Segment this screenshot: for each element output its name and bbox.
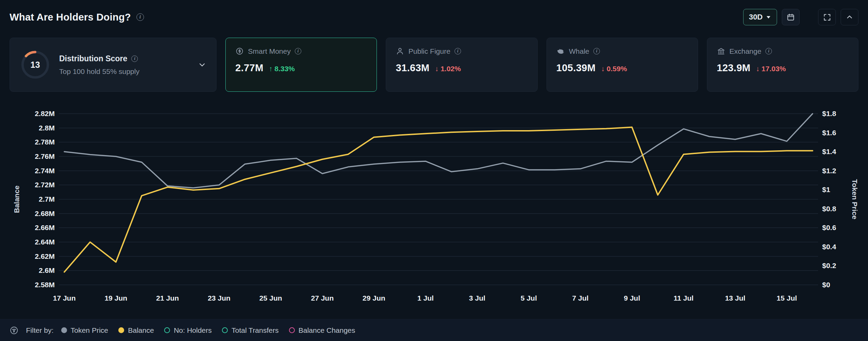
exchange-info-icon[interactable] [765,48,772,54]
timeframe-value: 30D [749,13,763,22]
caret-down-icon [766,15,771,19]
legend-dot [289,327,295,333]
chevron-up-icon [845,13,854,21]
whale-label: Whale [569,47,590,55]
x-axis-tick: 17 Jun [53,294,76,302]
chevron-down-icon[interactable] [198,60,207,69]
smart-money-card[interactable]: Smart Money 2.77M ↑ 8.33% [225,38,377,92]
left-axis-tick: 2.74M [35,167,55,175]
person-icon [396,47,404,55]
legend-dot [118,327,124,333]
chart-canvas[interactable]: 2.82M2.8M2.78M2.76M2.74M2.72M2.7M2.68M2.… [0,102,868,307]
coin-icon [235,47,244,55]
x-axis-tick: 9 Jul [624,294,640,302]
right-axis-tick: $0.8 [822,205,836,213]
exchange-label: Exchange [729,47,761,55]
right-axis-tick: $1.2 [822,167,836,175]
whale-value: 105.39M [556,62,596,74]
legend-dot [164,327,170,333]
right-axis-tick: $1.4 [822,148,836,155]
right-axis-tick: $0.6 [822,224,836,231]
x-axis-tick: 27 Jun [311,294,334,302]
fullscreen-icon [823,13,831,22]
whale-card[interactable]: Whale 105.39M ↓ 0.59% [547,38,698,92]
smart-money-change: ↑ 8.33% [269,65,295,73]
smart-money-value: 2.77M [235,62,263,74]
chart-legend: Token PriceBalanceNo: HoldersTotal Trans… [61,326,355,334]
right-axis-tick: $1.6 [822,129,836,137]
calendar-button[interactable] [782,9,800,25]
public-figure-value: 31.63M [396,62,430,74]
x-axis-tick: 19 Jun [105,294,128,302]
page-title: What Are Holders Doing? [10,12,131,23]
x-axis-tick: 7 Jul [572,294,589,302]
legend-item-no-holders[interactable]: No: Holders [164,326,212,334]
public-figure-info-icon[interactable] [455,48,461,54]
right-axis-tick: $1 [822,186,830,193]
smart-money-info-icon[interactable] [295,48,301,54]
x-axis-tick: 3 Jul [469,294,485,302]
right-axis-tick: $0.2 [822,262,836,269]
legend-label: Token Price [71,326,108,334]
collapse-button[interactable] [841,9,858,25]
whale-info-icon[interactable] [593,48,600,54]
exchange-value: 123.9M [717,62,751,74]
public-figure-card[interactable]: Public Figure 31.63M ↓ 1.02% [386,38,537,92]
legend-item-balance[interactable]: Balance [118,326,154,334]
bank-icon [717,47,725,55]
legend-label: No: Holders [174,326,212,334]
filter-bar: Filter by: Token PriceBalanceNo: Holders… [0,319,868,341]
left-axis-tick: 2.62M [35,252,55,260]
distribution-score-gauge: 13 [19,49,51,80]
public-figure-change: ↓ 1.02% [435,65,461,73]
left-axis-tick: 2.6M [39,266,55,274]
right-axis-tick: $1.8 [822,110,836,117]
left-axis-tick: 2.64M [35,238,55,246]
timeframe-select[interactable]: 30D [743,9,777,25]
legend-item-total-transfers[interactable]: Total Transfers [222,326,279,334]
exchange-change: ↓ 17.03% [756,65,786,73]
left-axis-tick: 2.7M [39,195,55,203]
balance-line[interactable] [64,127,813,272]
left-axis-tick: 2.72M [35,181,55,189]
left-axis-tick: 2.76M [35,152,55,160]
x-axis-tick: 25 Jun [259,294,282,302]
left-axis-tick: 2.68M [35,210,55,217]
legend-label: Balance Changes [299,326,355,334]
metric-cards-row: 13 Distribution Score Top 100 hold 55% s… [0,29,868,92]
title-info-icon[interactable] [136,13,144,21]
public-figure-label: Public Figure [408,47,450,55]
legend-dot [61,327,67,333]
legend-item-token-price[interactable]: Token Price [61,326,108,334]
x-axis-tick: 29 Jun [363,294,385,302]
left-axis-tick: 2.66M [35,224,55,231]
x-axis-tick: 13 Jul [725,294,746,302]
distribution-score-label: Distribution Score [59,54,127,63]
left-axis-tick: 2.58M [35,281,55,289]
calendar-icon [786,13,795,22]
distribution-score-card[interactable]: 13 Distribution Score Top 100 hold 55% s… [10,38,216,92]
right-axis-tick: $0 [822,281,830,289]
distribution-subtitle: Top 100 hold 55% supply [59,67,140,76]
x-axis-tick: 15 Jul [777,294,797,302]
right-axis-title: Token Price [851,179,859,219]
filter-label: Filter by: [26,326,54,334]
left-axis-tick: 2.78M [35,138,55,146]
left-axis-title: Balance [13,186,21,213]
x-axis-tick: 21 Jun [156,294,179,302]
whale-icon [556,47,565,55]
exchange-card[interactable]: Exchange 123.9M ↓ 17.03% [707,38,858,92]
holders-chart[interactable]: 2.82M2.8M2.78M2.76M2.74M2.72M2.7M2.68M2.… [0,102,868,307]
token-price-line[interactable] [64,114,813,188]
legend-item-balance-changes[interactable]: Balance Changes [289,326,355,334]
left-axis-tick: 2.82M [35,110,55,117]
distribution-score-value: 13 [19,49,51,80]
x-axis-tick: 23 Jun [208,294,231,302]
panel-header: What Are Holders Doing? 30D [0,0,868,29]
legend-dot [222,327,228,333]
distribution-info-icon[interactable] [131,55,138,62]
fullscreen-button[interactable] [818,9,836,25]
left-axis-tick: 2.8M [39,124,55,132]
smart-money-label: Smart Money [248,47,291,55]
legend-label: Total Transfers [232,326,279,334]
